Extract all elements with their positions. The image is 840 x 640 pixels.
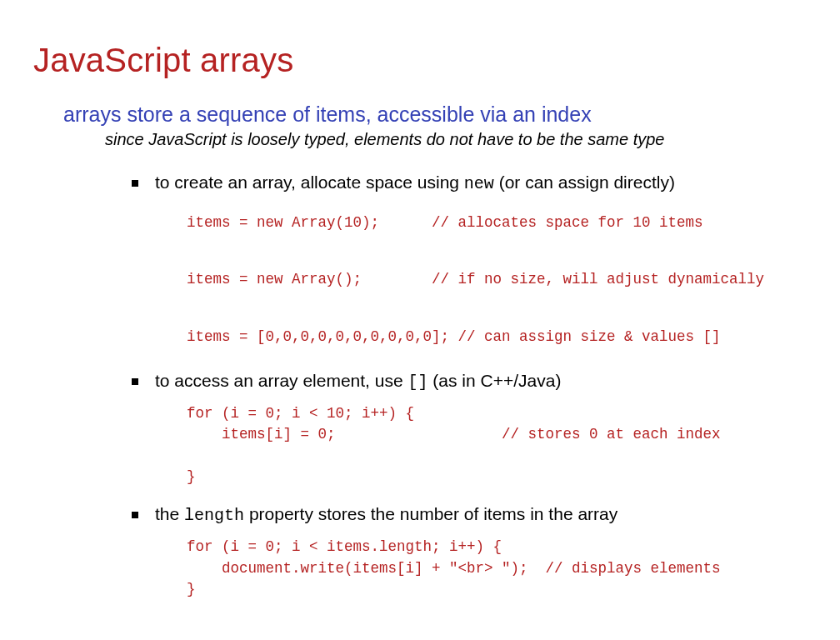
- code-inline-brackets: []: [408, 372, 428, 392]
- bullet-create-array: to create an array, allocate space using…: [132, 172, 807, 351]
- bullet-list: to create an array, allocate space using…: [132, 172, 807, 600]
- subheading-note: since JavaScript is loosely typed, eleme…: [105, 130, 807, 149]
- bullet-text: to access an array element, use: [155, 371, 408, 390]
- slide-title: JavaScript arrays: [33, 42, 807, 79]
- bullet-access-element: to access an array element, use [] (as i…: [132, 371, 807, 488]
- bullet-text-tail: (or can assign directly): [494, 172, 675, 192]
- code-inline-length: length: [184, 506, 244, 525]
- slide: JavaScript arrays arrays store a sequenc…: [0, 0, 840, 640]
- code-inline-new: new: [464, 174, 494, 193]
- bullet-text-tail: (as in C++/Java): [428, 371, 562, 390]
- bullet-length-property: the length property stores the number of…: [132, 504, 807, 600]
- subheading: arrays store a sequence of items, access…: [63, 102, 807, 127]
- code-block-allocate: items = new Array(10); // allocates spac…: [187, 208, 807, 351]
- bullet-text-tail: property stores the number of items in t…: [244, 504, 618, 523]
- code-block-for-loop: for (i = 0; i < 10; i++) { items[i] = 0;…: [187, 403, 807, 488]
- code-block-display: for (i = 0; i < items.length; i++) { doc…: [187, 537, 807, 600]
- bullet-text: the: [155, 504, 184, 523]
- bullet-text: to create an array, allocate space using: [155, 172, 464, 192]
